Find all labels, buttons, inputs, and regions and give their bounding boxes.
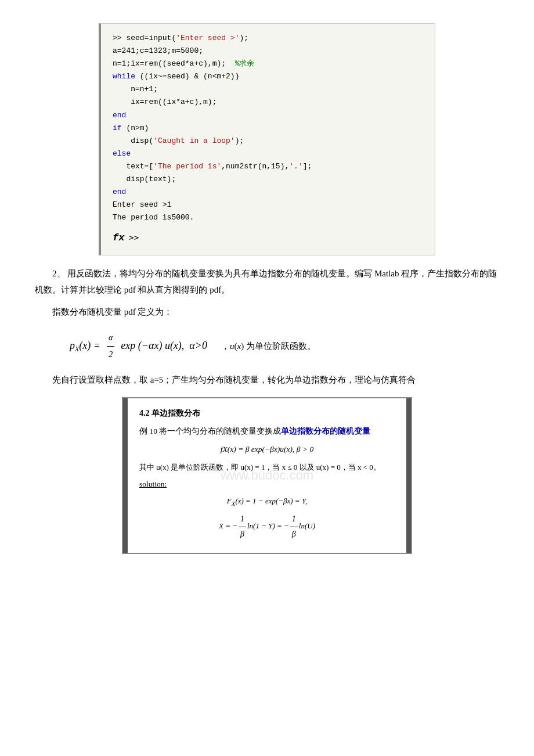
tb-example: 例 10 将一个均匀分布的随机变量变换成单边指数分布的随机变量: [139, 424, 395, 438]
code-line-15: The period is5000.: [113, 211, 423, 224]
tb-formula2: FX(x) = 1 − exp(−βx) = Y,: [139, 495, 395, 509]
textbook-box: 4.2 单边指数分布 例 10 将一个均匀分布的随机变量变换成单边指数分布的随机…: [122, 397, 412, 554]
code-line-9: disp('Caught in a loop');: [113, 135, 423, 147]
tb-body1: 其中 u(x) 是单位阶跃函数，即 u(x) = 1，当 x ≤ 0 以及 u(…: [139, 461, 395, 474]
tb-example-normal: 例 10 将一个均匀分布的随机变量变换成: [139, 427, 281, 435]
tb-formula1: fX(x) = β exp(−βx)u(x), β > 0: [139, 442, 395, 456]
tb-solution-label: solution:: [139, 480, 167, 488]
prompt-symbol: >>: [129, 233, 139, 242]
section3-paragraph: 先自行设置取样点数，取 a=5；产生均匀分布随机变量，转化为单边指数分布，理论与…: [35, 372, 499, 388]
code-line-13: end: [113, 186, 423, 199]
textbook-content: 4.2 单边指数分布 例 10 将一个均匀分布的随机变量变换成单边指数分布的随机…: [139, 406, 395, 541]
code-line-1: >> seed=input('Enter seed >');: [113, 32, 423, 45]
code-line-10: else: [113, 147, 423, 160]
formula-block: pX(x) = α 2 exp (−αx) u(x), α>0 ，u(x) 为单…: [70, 330, 499, 363]
tb-title: 4.2 单边指数分布: [139, 406, 395, 421]
code-line-2: a=241;c=1323;m=5000;: [113, 45, 423, 57]
code-line-7: end: [113, 109, 423, 122]
code-line-14: Enter seed >1: [113, 199, 423, 211]
tb-formula3: X = −1βln(1 − Y) = −1βln(U): [139, 512, 395, 541]
fx-label: fx: [113, 230, 124, 247]
code-line-5: n=n+1;: [113, 83, 423, 96]
tb-example-bold: 单边指数分布的随机变量: [281, 427, 370, 435]
section2-paragraph: 2、 用反函数法，将均匀分布的随机变量变换为具有单边指数分布的随机变量。编写 M…: [35, 266, 499, 298]
code-line-11: text=['The period is',num2str(n,15),'.']…: [113, 160, 423, 173]
section2-subpara: 指数分布随机变量 pdf 定义为：: [35, 304, 499, 321]
code-line-6: ix=rem((ix*a+c),m);: [113, 96, 423, 109]
formula-p: pX(x) = α 2 exp (−αx) u(x), α>0: [70, 330, 207, 363]
code-line-4: while ((ix~=seed) & (n<m+2)): [113, 70, 423, 83]
code-line-8: if (n>m): [113, 122, 423, 135]
code-line-3: n=1;ix=rem((seed*a+c),m); %求余: [113, 57, 423, 70]
bottom-spacer: [35, 563, 499, 737]
left-bar: [123, 398, 128, 553]
right-bar: [406, 398, 411, 553]
code-line-12: disp(text);: [113, 173, 423, 186]
formula-note: ，u(x) 为单位阶跃函数。: [221, 337, 316, 355]
code-block: >> seed=input('Enter seed >'); a=241;c=1…: [99, 23, 435, 255]
